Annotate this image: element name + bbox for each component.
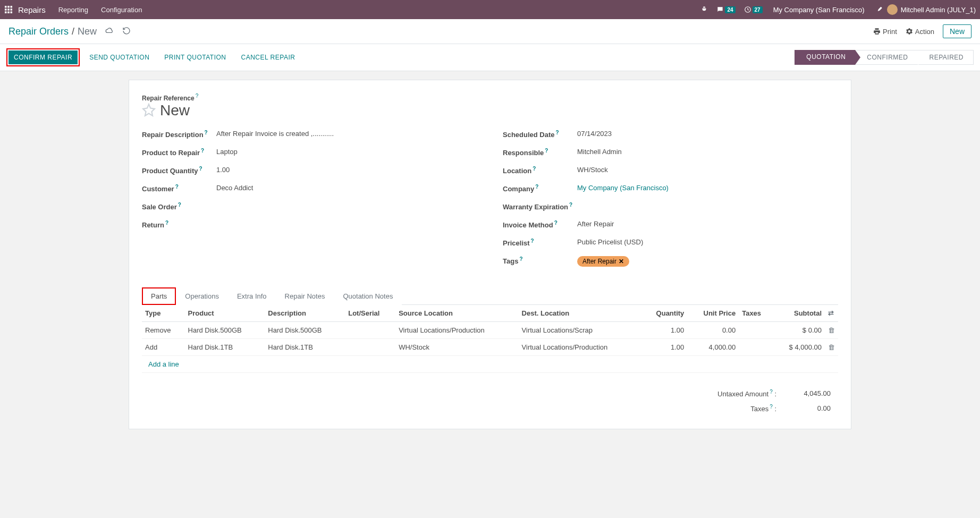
tag-pill[interactable]: After Repair ✕ (577, 256, 629, 267)
cell-product[interactable]: Hard Disk.1TB (185, 339, 265, 356)
breadcrumb-parent[interactable]: Repair Orders (9, 26, 69, 37)
val-location[interactable]: WH/Stock (577, 166, 608, 174)
print-button[interactable]: Print (873, 28, 897, 36)
tab-quotation-notes[interactable]: Quotation Notes (334, 287, 402, 305)
print-label: Print (883, 28, 897, 36)
debug-icon[interactable] (700, 6, 708, 13)
breadcrumb-current: New (78, 26, 97, 37)
cancel-repair-button[interactable]: CANCEL REPAIR (236, 50, 301, 64)
th-taxes[interactable]: Taxes (739, 305, 773, 322)
cell-qty[interactable]: 1.00 (641, 322, 687, 339)
breadcrumb-sep: / (72, 26, 74, 37)
trash-icon[interactable]: 🗑 (828, 326, 835, 334)
lbl-company: Company? (503, 184, 577, 193)
cell-lot[interactable] (345, 339, 395, 356)
lbl-customer: Customer? (142, 184, 216, 193)
lbl-warranty: Warranty Expiration? (503, 202, 577, 211)
untaxed-value: 4,045.00 (784, 387, 837, 400)
val-customer[interactable]: Deco Addict (216, 184, 253, 192)
cell-subtotal[interactable]: $ 0.00 (773, 322, 825, 339)
add-line-link[interactable]: Add a line (145, 356, 182, 372)
th-description[interactable]: Description (265, 305, 345, 322)
tag-remove-icon[interactable]: ✕ (619, 258, 624, 265)
activities-badge: 27 (753, 6, 763, 13)
th-lot[interactable]: Lot/Serial (345, 305, 395, 322)
app-brand[interactable]: Repairs (18, 5, 46, 14)
tab-parts[interactable]: Parts (142, 287, 176, 305)
status-quotation[interactable]: QUOTATION (795, 50, 855, 65)
trash-icon[interactable]: 🗑 (828, 343, 835, 351)
th-unit-price[interactable]: Unit Price (687, 305, 739, 322)
action-button[interactable]: Action (906, 28, 934, 36)
th-type[interactable]: Type (142, 305, 185, 322)
settings-icon[interactable] (875, 6, 883, 13)
cell-taxes[interactable] (739, 339, 773, 356)
new-button[interactable]: New (943, 24, 971, 38)
tab-operations[interactable]: Operations (176, 287, 228, 305)
avatar[interactable] (887, 4, 898, 15)
svg-rect-3 (5, 9, 7, 11)
column-options-icon[interactable]: ⇄ (828, 309, 834, 317)
status-confirmed[interactable]: CONFIRMED (855, 50, 917, 65)
th-dest[interactable]: Dest. Location (519, 305, 641, 322)
untaxed-label: Untaxed Amount? : (711, 387, 783, 400)
cell-type[interactable]: Remove (142, 322, 185, 339)
cell-lot[interactable] (345, 322, 395, 339)
cell-description[interactable]: Hard Disk.500GB (265, 322, 345, 339)
action-label: Action (915, 28, 934, 36)
company-switcher[interactable]: My Company (San Francisco) (773, 6, 865, 14)
cell-description[interactable]: Hard Disk.1TB (265, 339, 345, 356)
username[interactable]: Mitchell Admin (JULY_1) (901, 6, 976, 14)
cell-source[interactable]: WH/Stock (395, 339, 518, 356)
favorite-star-icon[interactable] (142, 103, 156, 118)
svg-rect-5 (11, 9, 13, 11)
th-qty[interactable]: Quantity (641, 305, 687, 322)
cell-product[interactable]: Hard Disk.500GB (185, 322, 265, 339)
tab-extra-info[interactable]: Extra Info (228, 287, 276, 305)
status-repaired[interactable]: REPAIRED (918, 50, 974, 65)
val-responsible[interactable]: Mitchell Admin (577, 148, 622, 156)
val-repair-description[interactable]: After Repair Invoice is created ,.......… (216, 130, 334, 138)
val-invoice-method[interactable]: After Repair (577, 220, 614, 228)
form-sheet: Repair Reference? New Repair Description… (129, 80, 851, 429)
tab-repair-notes[interactable]: Repair Notes (276, 287, 334, 305)
discard-icon[interactable] (122, 27, 131, 37)
val-product-to-repair[interactable]: Laptop (216, 148, 238, 156)
val-scheduled-date[interactable]: 07/14/2023 (577, 130, 612, 138)
cell-dest[interactable]: Virtual Locations/Production (519, 339, 641, 356)
cell-taxes[interactable] (739, 322, 773, 339)
cell-dest[interactable]: Virtual Locations/Scrap (519, 322, 641, 339)
nav-configuration[interactable]: Configuration (101, 6, 142, 14)
cell-type[interactable]: Add (142, 339, 185, 356)
cell-unit-price[interactable]: 4,000.00 (687, 339, 739, 356)
lbl-scheduled-date: Scheduled Date? (503, 130, 577, 139)
svg-rect-1 (7, 6, 10, 8)
gear-icon (906, 28, 913, 35)
table-row[interactable]: AddHard Disk.1TBHard Disk.1TBWH/StockVir… (142, 339, 838, 356)
val-company[interactable]: My Company (San Francisco) (577, 184, 669, 192)
record-title[interactable]: New (160, 102, 190, 119)
cell-unit-price[interactable]: 0.00 (687, 322, 739, 339)
cell-subtotal[interactable]: $ 4,000.00 (773, 339, 825, 356)
th-product[interactable]: Product (185, 305, 265, 322)
cell-source[interactable]: Virtual Locations/Production (395, 322, 518, 339)
lbl-tags: Tags? (503, 256, 577, 265)
help-icon[interactable]: ? (196, 93, 199, 99)
val-tags[interactable]: After Repair ✕ (577, 256, 629, 267)
print-quotation-button[interactable]: PRINT QUOTATION (159, 50, 231, 64)
th-subtotal[interactable]: Subtotal (773, 305, 825, 322)
val-product-quantity[interactable]: 1.00 (216, 166, 230, 174)
send-quotation-button[interactable]: SEND QUOTATION (84, 50, 155, 64)
val-pricelist[interactable]: Public Pricelist (USD) (577, 238, 643, 246)
confirm-repair-button[interactable]: CONFIRM REPAIR (9, 50, 78, 64)
lbl-product-to-repair: Product to Repair? (142, 148, 216, 157)
apps-icon[interactable] (4, 5, 13, 14)
nav-reporting[interactable]: Reporting (58, 6, 88, 14)
th-source[interactable]: Source Location (395, 305, 518, 322)
messages-icon[interactable]: 24 (716, 6, 735, 13)
cloud-save-icon[interactable] (105, 27, 114, 37)
activities-icon[interactable]: 27 (744, 6, 763, 13)
cell-qty[interactable]: 1.00 (641, 339, 687, 356)
table-row[interactable]: RemoveHard Disk.500GBHard Disk.500GBVirt… (142, 322, 838, 339)
lbl-location: Location? (503, 166, 577, 175)
